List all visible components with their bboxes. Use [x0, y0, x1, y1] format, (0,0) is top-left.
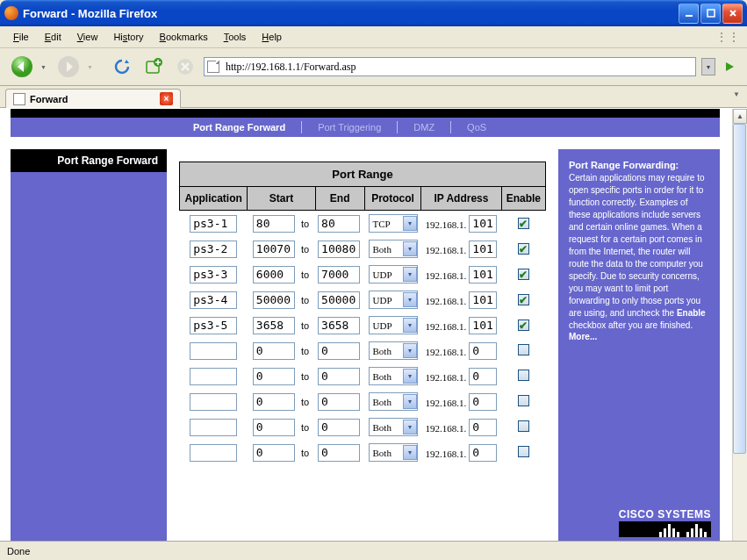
enable-checkbox[interactable]: ✔ — [518, 319, 529, 331]
menu-bookmarks[interactable]: Bookmarks — [154, 30, 214, 44]
application-input[interactable] — [190, 317, 237, 334]
url-bar[interactable] — [204, 57, 696, 76]
subnav-port-triggering[interactable]: Port Triggering — [302, 121, 398, 133]
application-input[interactable] — [190, 266, 237, 284]
protocol-select[interactable]: Both▾ — [369, 443, 418, 462]
enable-checkbox[interactable]: ✔ — [518, 243, 529, 255]
url-input[interactable] — [224, 60, 693, 75]
enable-checkbox[interactable] — [518, 370, 529, 381]
chevron-down-icon: ▾ — [403, 420, 417, 434]
protocol-select[interactable]: Both▾ — [369, 392, 418, 411]
end-port-input[interactable] — [318, 215, 360, 233]
help-more-link[interactable]: More... — [569, 332, 597, 341]
subnav-qos[interactable]: QoS — [451, 121, 502, 133]
end-port-input[interactable] — [318, 393, 360, 411]
enable-checkbox[interactable]: ✔ — [518, 294, 529, 305]
enable-checkbox[interactable] — [518, 446, 529, 457]
protocol-select[interactable]: TCP▾ — [369, 214, 418, 233]
minimize-button[interactable] — [679, 4, 699, 24]
ip-last-octet-input[interactable] — [469, 266, 497, 284]
scroll-up-button[interactable]: ▲ — [733, 109, 747, 124]
end-port-input[interactable] — [318, 317, 360, 334]
enable-checkbox[interactable] — [518, 395, 529, 406]
forward-history-dropdown[interactable]: ▼ — [87, 64, 93, 70]
start-port-input[interactable] — [253, 444, 295, 462]
ip-last-octet-input[interactable] — [469, 419, 497, 436]
ip-last-octet-input[interactable] — [469, 317, 497, 334]
end-port-input[interactable] — [318, 368, 360, 385]
back-button[interactable] — [7, 52, 37, 82]
ip-last-octet-input[interactable] — [469, 291, 497, 309]
application-input[interactable] — [190, 444, 237, 462]
end-port-input[interactable] — [318, 419, 360, 436]
application-input[interactable] — [190, 419, 237, 436]
protocol-select[interactable]: Both▾ — [369, 367, 418, 385]
chevron-down-icon: ▾ — [403, 292, 417, 307]
tab-label: Forward — [30, 94, 68, 104]
maximize-button[interactable] — [700, 4, 721, 24]
protocol-select[interactable]: Both▾ — [369, 341, 418, 360]
subnav-port-range-forward[interactable]: Port Range Forward — [177, 121, 302, 133]
start-port-input[interactable] — [253, 291, 295, 309]
menu-edit[interactable]: Edit — [39, 30, 68, 44]
protocol-select[interactable]: Both▾ — [369, 240, 418, 258]
start-port-input[interactable] — [253, 419, 295, 436]
stop-button[interactable] — [172, 54, 198, 80]
reload-button[interactable] — [109, 54, 135, 80]
end-port-input[interactable] — [318, 266, 360, 284]
menu-help[interactable]: Help — [255, 30, 288, 44]
newtab-button[interactable] — [140, 54, 167, 80]
application-input[interactable] — [190, 291, 237, 309]
end-port-input[interactable] — [318, 241, 360, 258]
ip-last-octet-input[interactable] — [469, 444, 497, 462]
start-port-input[interactable] — [253, 215, 295, 233]
application-input[interactable] — [190, 393, 237, 411]
help-text: Certain applications may require to open… — [569, 172, 709, 332]
start-port-input[interactable] — [253, 393, 295, 411]
ip-last-octet-input[interactable] — [469, 215, 497, 233]
menu-history[interactable]: History — [107, 30, 149, 44]
go-button[interactable] — [721, 57, 740, 76]
subnav-dmz[interactable]: DMZ — [398, 121, 451, 133]
start-port-input[interactable] — [253, 368, 295, 385]
application-input[interactable] — [190, 368, 237, 385]
start-port-input[interactable] — [253, 317, 295, 334]
ip-last-octet-input[interactable] — [469, 393, 497, 411]
close-button[interactable] — [722, 4, 743, 24]
enable-checkbox[interactable]: ✔ — [518, 269, 529, 280]
menu-view[interactable]: View — [71, 30, 104, 44]
menu-file[interactable]: File — [7, 30, 35, 44]
enable-checkbox[interactable]: ✔ — [518, 218, 529, 229]
ip-last-octet-input[interactable] — [469, 368, 497, 385]
forward-button[interactable] — [54, 52, 83, 82]
to-label: to — [298, 269, 312, 280]
back-history-dropdown[interactable]: ▼ — [40, 64, 47, 70]
to-label: to — [298, 346, 312, 356]
start-port-input[interactable] — [253, 266, 295, 284]
browser-tab[interactable]: Forward × — [5, 89, 181, 108]
application-input[interactable] — [190, 342, 237, 360]
vertical-scrollbar[interactable]: ▲ ▼ — [732, 109, 747, 560]
url-history-dropdown[interactable]: ▾ — [701, 58, 715, 75]
page-icon — [13, 93, 25, 105]
menu-tools[interactable]: Tools — [218, 30, 253, 44]
enable-checkbox[interactable] — [518, 420, 529, 432]
scrollbar-thumb[interactable] — [733, 124, 746, 454]
ip-last-octet-input[interactable] — [469, 342, 497, 360]
application-input[interactable] — [190, 241, 237, 258]
end-port-input[interactable] — [318, 291, 360, 309]
enable-checkbox[interactable] — [518, 344, 529, 355]
protocol-select[interactable]: UDP▾ — [369, 316, 418, 334]
tab-close-button[interactable]: × — [160, 92, 173, 105]
application-input[interactable] — [190, 215, 237, 233]
end-port-input[interactable] — [318, 342, 360, 360]
protocol-select[interactable]: Both▾ — [369, 418, 418, 436]
start-port-input[interactable] — [253, 342, 295, 360]
ip-last-octet-input[interactable] — [469, 241, 497, 258]
protocol-select[interactable]: UDP▾ — [369, 291, 418, 309]
ip-prefix: 192.168.1. — [426, 295, 467, 305]
protocol-select[interactable]: UDP▾ — [369, 265, 418, 284]
end-port-input[interactable] — [318, 444, 360, 462]
start-port-input[interactable] — [253, 241, 295, 258]
tab-list-dropdown[interactable]: ▼ — [733, 90, 740, 98]
